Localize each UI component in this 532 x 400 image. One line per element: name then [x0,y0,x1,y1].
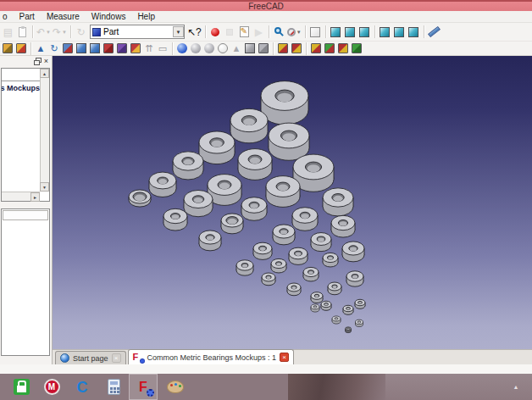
bearing[interactable] [173,152,203,180]
view-top-icon[interactable] [343,25,357,40]
taskbar-freecad[interactable]: F [129,374,158,400]
cone-primitive-icon[interactable]: ▲ [230,42,243,55]
bearing[interactable] [323,253,338,267]
fit-all-icon[interactable] [272,25,286,40]
title-bar[interactable]: FreeCAD [0,0,532,11]
tree-item-bearings-mockups[interactable]: Common Metric Bearings Mockups [2,84,40,95]
bearing[interactable] [149,172,176,197]
view-left-icon[interactable] [407,25,421,40]
chamfer-icon[interactable] [88,42,102,55]
bearing[interactable] [241,197,267,221]
bearings-model[interactable] [53,56,532,349]
taskbar-paint[interactable] [161,374,190,400]
check-geometry-icon[interactable] [276,42,290,55]
tab-close-icon[interactable]: × [112,353,121,363]
3d-viewport[interactable] [53,56,532,349]
bearing[interactable] [356,319,363,326]
bearing[interactable] [328,282,341,295]
tab-document[interactable]: FCommon Metric Bearings Mockups : 1× [128,349,295,364]
tab-close-icon[interactable]: × [280,353,289,362]
bearing[interactable] [311,292,323,303]
bearing[interactable] [238,149,272,181]
extrude-icon[interactable]: ▲ [34,42,47,55]
bearing[interactable] [289,247,308,264]
macro-play-icon[interactable]: ▶ [252,25,266,40]
bearing[interactable] [346,327,352,333]
taskbar-c-app[interactable]: C [68,374,97,400]
view-isometric-icon[interactable] [308,25,323,40]
sweep-icon[interactable] [129,42,142,55]
scroll-down-icon[interactable]: ▼ [40,182,49,192]
macro-edit-icon[interactable] [237,25,252,40]
mirror-icon[interactable] [61,42,75,55]
menu-item-help[interactable]: Help [131,11,161,23]
macro-record-icon[interactable] [208,25,223,40]
bearing[interactable] [230,108,268,142]
ruled-surface-icon[interactable] [102,42,115,55]
cross-sections-icon[interactable] [323,42,336,55]
model-tree-panel[interactable]: Common Metric Bearings Mockups ▲ ▼ ► [1,68,50,202]
revolve-icon[interactable]: ↻ [47,42,61,55]
axonometric-tool-icon[interactable] [1,42,14,55]
boolean-common-icon[interactable] [216,42,230,55]
section-icon[interactable] [309,42,323,55]
bearing[interactable] [199,131,235,164]
menu-item-part[interactable]: Part [14,11,41,23]
scroll-right-icon[interactable]: ► [30,192,40,202]
taskbar-store[interactable] [7,374,36,400]
bearing[interactable] [129,190,151,207]
offset-icon[interactable]: ⇈ [142,42,156,55]
dock-close-icon[interactable]: × [44,58,48,65]
boolean-icon[interactable] [175,42,189,55]
save-icon[interactable]: ▤ [1,25,15,40]
bearing[interactable] [273,225,295,245]
boolean-union-icon[interactable] [202,42,216,55]
property-panel[interactable] [1,208,50,356]
bearing[interactable] [321,301,331,310]
scroll-up-icon[interactable]: ▲ [40,69,49,78]
loft-icon[interactable] [115,42,129,55]
dock-float-icon[interactable] [34,58,42,65]
loft-profile-icon[interactable] [350,42,363,55]
bearing[interactable] [323,188,353,216]
draw-style-icon[interactable]: ▼ [286,25,302,40]
menu-item-measure[interactable]: Measure [41,11,86,23]
tab-start-page[interactable]: Start page× [55,351,126,364]
placement-tool-icon[interactable] [14,42,28,55]
bearing[interactable] [343,305,353,314]
compound-icon[interactable] [257,42,270,55]
taskbar-tray[interactable]: ▲ [502,374,530,400]
bearing[interactable] [163,208,187,231]
thickness-icon[interactable]: ▭ [156,42,169,55]
sweep-path-icon[interactable] [336,42,350,55]
bearing[interactable] [331,215,355,237]
view-right-icon[interactable] [357,25,372,40]
bearing[interactable] [287,283,301,296]
workbench-selector[interactable]: Part▼ [90,25,185,39]
whats-this-icon[interactable]: ↖? [186,25,202,40]
taskbar-calculator[interactable] [99,374,128,400]
bearing[interactable] [236,260,253,275]
bearing[interactable] [199,231,221,251]
paste-icon[interactable] [15,25,30,40]
taskbar-makerbot[interactable]: M [37,374,66,400]
menu-item-windows[interactable]: Windows [86,11,132,23]
bearing[interactable] [311,233,331,252]
refresh-icon[interactable]: ↻ [74,25,88,40]
menu-item-macro-truncated[interactable]: o [0,11,14,23]
bearing[interactable] [271,258,286,273]
bearing[interactable] [311,304,319,312]
bearing[interactable] [261,81,308,125]
view-rear-icon[interactable] [378,25,392,40]
bearing[interactable] [342,242,364,262]
defeaturing-icon[interactable] [290,42,303,55]
undo-icon[interactable]: ↶▼ [36,25,52,40]
measure-linear-icon[interactable] [427,25,441,40]
bearing[interactable] [266,176,300,208]
view-front-icon[interactable] [329,25,343,40]
tree-horizontal-scrollbar[interactable]: ► [2,192,40,201]
tree-vertical-scrollbar[interactable]: ▲ ▼ [40,69,49,192]
bearing[interactable] [262,273,275,286]
bearing[interactable] [292,208,318,231]
bearing[interactable] [346,271,363,286]
